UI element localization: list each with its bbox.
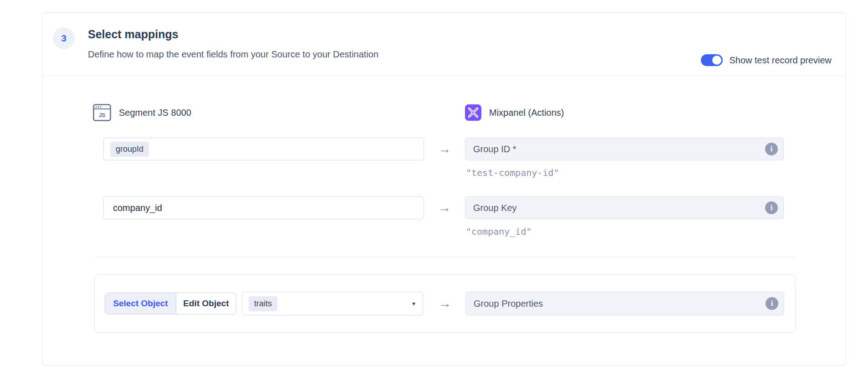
step-number-badge: 3: [53, 27, 75, 49]
destination-field-label: Group ID *: [473, 144, 516, 154]
step-number: 3: [61, 33, 66, 44]
source-token-chip: groupId: [110, 142, 149, 157]
chevron-down-icon: ▾: [412, 300, 415, 307]
arrow-right-icon: →: [438, 201, 451, 214]
destination-header: Mixpanel (Actions): [465, 104, 784, 121]
arrow-right-icon: →: [439, 297, 451, 310]
destination-field-label: Group Key: [473, 203, 517, 213]
object-mapping-box: Select Object Edit Object traits ▾ → Gro…: [94, 274, 796, 333]
show-test-record-preview-toggle[interactable]: [701, 54, 723, 66]
columns-header: JS Segment JS 8000 Mixpanel (Actions): [93, 104, 783, 121]
destination-field: Group ID * i: [465, 138, 784, 160]
svg-text:JS: JS: [99, 112, 106, 118]
info-icon[interactable]: i: [765, 201, 778, 214]
object-source-dropdown[interactable]: traits ▾: [242, 292, 423, 315]
section-divider: [94, 257, 796, 257]
edit-object-button[interactable]: Edit Object: [176, 293, 236, 314]
mapping-row: company_id → Group Key i "company_id": [103, 196, 783, 237]
source-field-text: company_id: [113, 203, 162, 213]
select-object-button[interactable]: Select Object: [105, 293, 176, 314]
mixpanel-icon: [465, 104, 481, 121]
object-mode-segmented-control: Select Object Edit Object: [105, 293, 236, 314]
destination-field-label: Group Properties: [474, 299, 543, 309]
source-header: JS Segment JS 8000: [93, 104, 424, 121]
test-record-preview-value: "test-company-id": [465, 167, 784, 178]
toggle-knob: [712, 56, 721, 65]
test-record-preview-control: Show test record preview: [701, 54, 832, 66]
browser-js-icon: JS: [93, 104, 111, 121]
info-icon[interactable]: i: [765, 143, 778, 155]
object-token-chip: traits: [249, 296, 277, 311]
source-name: Segment JS 8000: [119, 108, 191, 118]
page-subtitle: Define how to map the event fields from …: [88, 49, 378, 60]
card-header: 3 Select mappings Define how to map the …: [43, 13, 845, 76]
test-record-preview-value: "company_id": [465, 226, 784, 237]
destination-field: Group Properties i: [465, 292, 784, 315]
select-mappings-card: 3 Select mappings Define how to map the …: [42, 12, 846, 366]
mapping-row: groupId → Group ID * i "test-company-id": [103, 138, 783, 178]
page-title: Select mappings: [88, 28, 179, 41]
source-field-input[interactable]: company_id: [103, 196, 424, 219]
info-icon[interactable]: i: [766, 297, 778, 310]
source-field-input[interactable]: groupId: [103, 138, 424, 160]
destination-name: Mixpanel (Actions): [489, 108, 564, 118]
destination-field: Group Key i: [465, 196, 784, 219]
arrow-right-icon: →: [438, 143, 451, 155]
toggle-label: Show test record preview: [729, 55, 832, 66]
